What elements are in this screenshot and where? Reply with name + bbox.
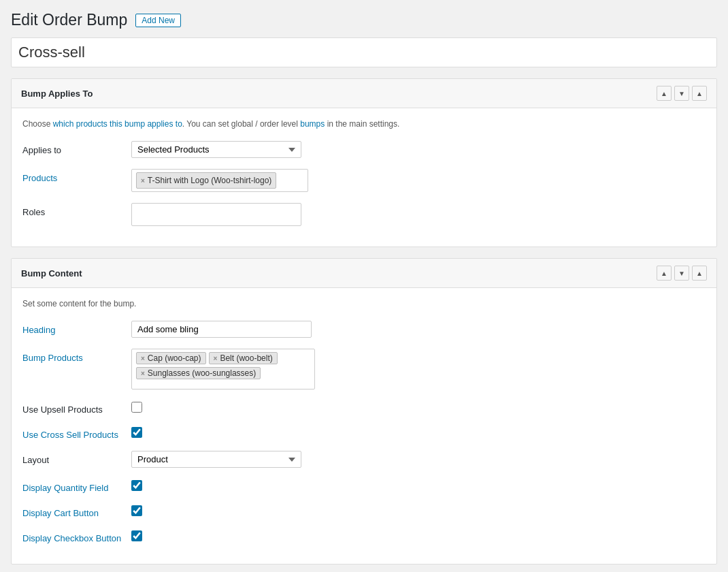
- layout-row: Layout Product List Grid: [22, 451, 706, 468]
- roles-input[interactable]: [131, 203, 301, 226]
- use-cross-sell-row: Use Cross Sell Products: [22, 426, 706, 440]
- bump-product-tag-belt-remove[interactable]: ×: [214, 355, 218, 362]
- applies-to-select[interactable]: Selected Products All Products Specific …: [131, 141, 301, 158]
- bump-products-row: Bump Products × Cap (woo-cap) × Belt (wo…: [22, 349, 706, 390]
- display-checkbox-checkbox[interactable]: [131, 530, 142, 541]
- layout-field: Product List Grid: [131, 451, 706, 468]
- products-label: Products: [22, 169, 131, 183]
- products-field: × T-Shirt with Logo (Woo-tshirt-logo): [131, 169, 706, 192]
- display-cart-field: [131, 504, 706, 516]
- display-checkbox-field: [131, 529, 706, 541]
- roles-field: [131, 203, 706, 226]
- bump-product-tag-cap-remove[interactable]: ×: [141, 355, 145, 362]
- display-quantity-row: Display Quantity Field: [22, 479, 706, 493]
- content-move-top-button[interactable]: ▲: [692, 266, 707, 281]
- use-upsell-field: [131, 400, 706, 413]
- bump-content-body: Set some content for the bump. Heading B…: [12, 288, 716, 564]
- heading-field: [131, 321, 706, 338]
- bump-product-tag-cap: × Cap (woo-cap): [136, 352, 206, 364]
- page-header: Edit Order Bump Add New: [11, 11, 717, 29]
- heading-input[interactable]: [131, 321, 312, 338]
- use-upsell-label: Use Upsell Products: [22, 400, 131, 415]
- bump-products-tag-input[interactable]: × Cap (woo-cap) × Belt (woo-belt) × Sung…: [131, 349, 315, 390]
- collapse-down-button[interactable]: ▼: [674, 86, 689, 101]
- use-cross-sell-checkbox[interactable]: [131, 427, 142, 438]
- bump-content-desc: Set some content for the bump.: [22, 298, 706, 310]
- add-new-button[interactable]: Add New: [135, 14, 181, 27]
- bump-product-tag-belt: × Belt (woo-belt): [209, 352, 278, 364]
- display-cart-row: Display Cart Button: [22, 504, 706, 518]
- use-cross-sell-label: Use Cross Sell Products: [22, 426, 131, 440]
- bump-products-label: Bump Products: [22, 349, 131, 363]
- bump-product-tag-sunglasses-remove[interactable]: ×: [141, 370, 145, 377]
- bump-product-tag-sunglasses-label: Sunglasses (woo-sunglasses): [148, 368, 256, 378]
- bump-content-panel: Bump Content ▲ ▼ ▲ Set some content for …: [11, 258, 717, 565]
- heading-row: Heading: [22, 321, 706, 338]
- panel-controls: ▲ ▼ ▲: [657, 86, 707, 101]
- products-row: Products × T-Shirt with Logo (Woo-tshirt…: [22, 169, 706, 192]
- display-quantity-checkbox[interactable]: [131, 480, 142, 491]
- bump-content-panel-header: Bump Content ▲ ▼ ▲: [12, 259, 716, 288]
- which-products-link[interactable]: which products this bump applies to: [53, 119, 182, 129]
- page-title: Edit Order Bump: [11, 11, 127, 29]
- display-cart-checkbox[interactable]: [131, 505, 142, 516]
- applies-to-label: Applies to: [22, 141, 131, 155]
- bump-applies-to-title: Bump Applies To: [21, 89, 93, 99]
- bump-applies-to-panel-header: Bump Applies To ▲ ▼ ▲: [12, 79, 716, 108]
- product-tag-tshirt: × T-Shirt with Logo (Woo-tshirt-logo): [136, 172, 276, 189]
- display-cart-label: Display Cart Button: [22, 504, 131, 518]
- use-upsell-row: Use Upsell Products: [22, 400, 706, 415]
- products-tag-input[interactable]: × T-Shirt with Logo (Woo-tshirt-logo): [131, 169, 308, 192]
- applies-to-field: Selected Products All Products Specific …: [131, 141, 706, 158]
- layout-select[interactable]: Product List Grid: [131, 451, 301, 468]
- heading-label: Heading: [22, 321, 131, 335]
- display-checkbox-row: Display Checkbox Button: [22, 529, 706, 543]
- content-collapse-up-button[interactable]: ▲: [657, 266, 672, 281]
- use-upsell-checkbox[interactable]: [131, 402, 142, 413]
- bump-product-tag-sunglasses: × Sunglasses (woo-sunglasses): [136, 367, 261, 379]
- bump-product-tag-belt-label: Belt (woo-belt): [220, 353, 272, 363]
- bump-content-panel-controls: ▲ ▼ ▲: [657, 266, 707, 281]
- move-top-button[interactable]: ▲: [692, 86, 707, 101]
- display-quantity-label: Display Quantity Field: [22, 479, 131, 493]
- roles-row: Roles: [22, 203, 706, 226]
- bumps-link[interactable]: bumps: [300, 119, 325, 129]
- roles-label: Roles: [22, 203, 131, 217]
- bump-applies-to-body: Choose which products this bump applies …: [12, 108, 716, 247]
- use-cross-sell-field: [131, 426, 706, 438]
- product-tag-tshirt-remove[interactable]: ×: [141, 177, 145, 185]
- layout-label: Layout: [22, 451, 131, 465]
- bump-product-tag-cap-label: Cap (woo-cap): [148, 353, 201, 363]
- order-bump-title-input[interactable]: [11, 37, 717, 67]
- bump-applies-to-panel: Bump Applies To ▲ ▼ ▲ Choose which produ…: [11, 78, 717, 247]
- bump-content-title: Bump Content: [21, 268, 82, 279]
- display-quantity-field: [131, 479, 706, 491]
- applies-to-row: Applies to Selected Products All Product…: [22, 141, 706, 158]
- bump-products-field: × Cap (woo-cap) × Belt (woo-belt) × Sung…: [131, 349, 706, 390]
- display-checkbox-label: Display Checkbox Button: [22, 529, 131, 543]
- product-tag-tshirt-label: T-Shirt with Logo (Woo-tshirt-logo): [148, 176, 272, 185]
- collapse-up-button[interactable]: ▲: [657, 86, 672, 101]
- bump-applies-to-desc: Choose which products this bump applies …: [22, 118, 706, 130]
- content-collapse-down-button[interactable]: ▼: [674, 266, 689, 281]
